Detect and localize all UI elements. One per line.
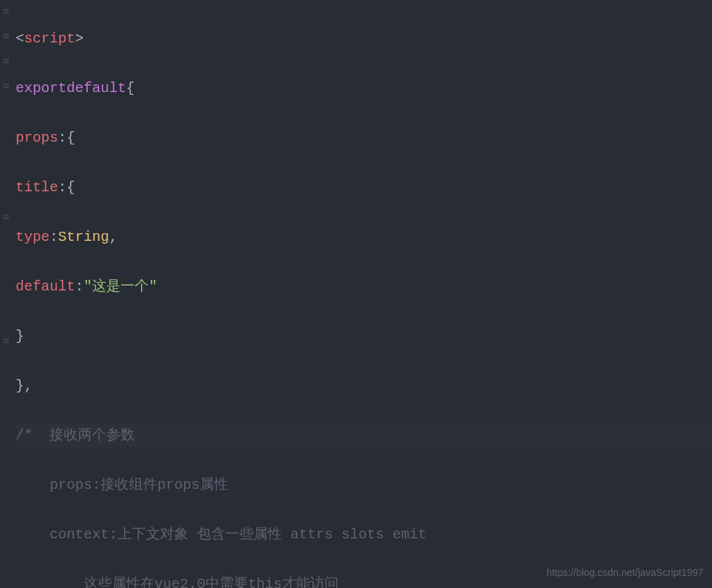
code-line: props:接收组件props属性 (16, 473, 712, 497)
code-line: export default { (16, 76, 712, 101)
code-line: props:{ (16, 125, 712, 150)
fold-marker[interactable] (2, 9, 10, 16)
fold-gutter (0, 0, 13, 588)
code-line: type:String, (16, 225, 712, 249)
fold-marker[interactable] (2, 83, 10, 91)
code-line: /* 接收两个参数 (16, 423, 712, 448)
code-line: }, (16, 373, 712, 398)
fold-marker[interactable] (2, 33, 10, 41)
fold-marker[interactable] (2, 214, 10, 222)
fold-marker[interactable] (2, 338, 10, 346)
code-line: default:"这是一个" (16, 274, 712, 299)
code-editor[interactable]: <script> export default { props:{ title:… (0, 0, 712, 588)
code-line: title:{ (16, 175, 712, 200)
code-line: <script> (16, 26, 712, 51)
fold-marker[interactable] (2, 58, 10, 66)
code-line: } (16, 324, 712, 349)
code-line: context:上下文对象 包含一些属性 attrs slots emit (16, 522, 712, 547)
watermark-text: https://blog.csdn.net/javaScript1997 (546, 564, 703, 582)
